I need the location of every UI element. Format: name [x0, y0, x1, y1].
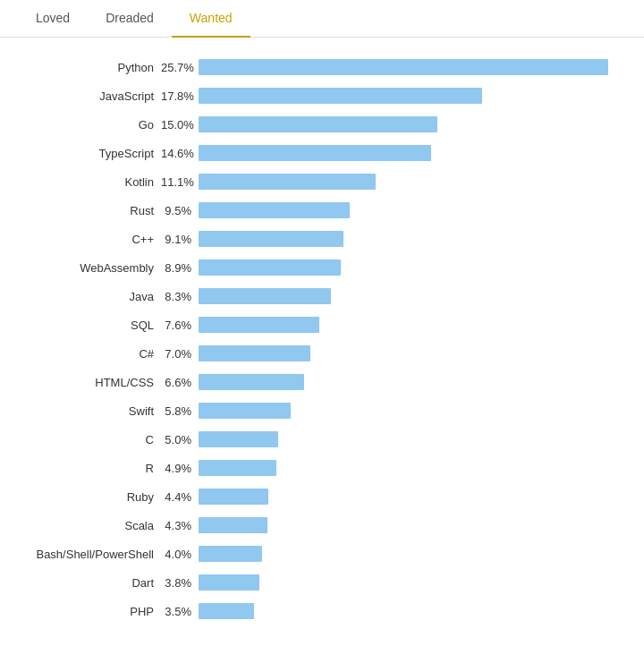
bar-pct: 15.0%	[161, 118, 199, 132]
bar-track	[199, 174, 608, 190]
bar-fill	[199, 259, 341, 276]
bar-row: HTML/CSS6.6%	[36, 370, 608, 394]
bar-row: Python25.7%	[36, 55, 608, 79]
bar-row: Rust9.5%	[36, 199, 608, 222]
bar-fill	[199, 317, 319, 333]
bar-label: C#	[36, 347, 161, 361]
bar-pct: 4.9%	[161, 462, 199, 475]
bar-fill	[199, 202, 350, 218]
bar-row: Ruby4.4%	[36, 485, 608, 508]
tab-wanted[interactable]: Wanted	[172, 0, 250, 38]
bar-pct: 7.0%	[161, 347, 199, 361]
bar-pct: 5.8%	[161, 404, 199, 418]
bar-pct: 17.8%	[161, 89, 199, 103]
bar-fill	[199, 231, 343, 247]
bar-pct: 4.4%	[161, 490, 199, 504]
bar-label: Dart	[36, 576, 161, 590]
bar-track	[199, 489, 608, 505]
tabs: LovedDreadedWanted	[0, 0, 644, 38]
bar-pct: 14.6%	[161, 147, 199, 160]
bar-track	[199, 288, 608, 304]
bar-row: C++9.1%	[36, 227, 608, 251]
bar-pct: 8.3%	[161, 290, 199, 303]
bar-track	[199, 317, 608, 333]
bar-row: Swift5.8%	[36, 399, 608, 422]
bar-track	[199, 59, 608, 75]
bar-track	[199, 574, 608, 591]
bar-track	[199, 202, 608, 218]
bar-pct: 11.1%	[161, 175, 199, 189]
bar-track	[199, 460, 608, 476]
bar-track	[199, 603, 608, 619]
bar-pct: 3.8%	[161, 576, 199, 590]
bar-fill	[199, 403, 291, 419]
bar-track	[199, 517, 608, 533]
bar-row: Bash/Shell/PowerShell4.0%	[36, 542, 608, 565]
bar-row: Scala4.3%	[36, 514, 608, 537]
bar-pct: 7.6%	[161, 319, 199, 332]
bar-label: C++	[36, 233, 161, 246]
tab-loved[interactable]: Loved	[18, 0, 88, 38]
bar-label: R	[36, 462, 161, 475]
bar-pct: 4.0%	[161, 548, 199, 561]
bar-row: Java8.3%	[36, 285, 608, 308]
bar-fill	[199, 489, 268, 505]
bar-track	[199, 403, 608, 419]
bar-label: Kotlin	[36, 175, 161, 189]
bar-track	[199, 231, 608, 247]
bar-row: Go15.0%	[36, 113, 608, 136]
bar-pct: 3.5%	[161, 605, 199, 618]
bar-track	[199, 374, 608, 390]
bar-pct: 6.6%	[161, 376, 199, 389]
bar-row: C5.0%	[36, 428, 608, 451]
bar-track	[199, 431, 608, 447]
bar-pct: 4.3%	[161, 519, 199, 532]
bar-row: C#7.0%	[36, 342, 608, 365]
bar-fill	[199, 460, 276, 476]
bar-label: JavaScript	[36, 89, 161, 103]
bar-track	[199, 259, 608, 276]
tab-dreaded[interactable]: Dreaded	[88, 0, 172, 38]
bar-row: TypeScript14.6%	[36, 141, 608, 165]
bar-row: SQL7.6%	[36, 313, 608, 336]
bar-label: HTML/CSS	[36, 376, 161, 389]
bar-label: Rust	[36, 204, 161, 217]
bar-row: R4.9%	[36, 456, 608, 480]
bar-row: Kotlin11.1%	[36, 170, 608, 193]
bar-track	[199, 116, 608, 132]
bar-row: PHP3.5%	[36, 599, 608, 623]
bar-label: Java	[36, 290, 161, 303]
bar-label: SQL	[36, 319, 161, 332]
bar-pct: 9.5%	[161, 204, 199, 217]
bar-label: Ruby	[36, 490, 161, 504]
bar-fill	[199, 288, 331, 304]
bar-track	[199, 145, 608, 161]
bar-fill	[199, 374, 304, 390]
bar-fill	[199, 431, 278, 447]
bar-fill	[199, 574, 259, 591]
bar-label: C	[36, 433, 161, 446]
bar-row: Dart3.8%	[36, 571, 608, 594]
bar-label: WebAssembly	[36, 261, 161, 275]
bar-label: Scala	[36, 519, 161, 532]
bar-row: WebAssembly8.9%	[36, 256, 608, 279]
bar-track	[199, 345, 608, 361]
bar-label: Python	[36, 61, 161, 74]
bar-pct: 5.0%	[161, 433, 199, 446]
bar-track	[199, 546, 608, 562]
bar-pct: 8.9%	[161, 261, 199, 275]
bar-fill	[199, 546, 262, 562]
bar-fill	[199, 517, 267, 533]
bar-fill	[199, 603, 254, 619]
bar-fill	[199, 345, 310, 361]
bar-fill	[199, 145, 431, 161]
bar-label: Bash/Shell/PowerShell	[36, 548, 161, 561]
bar-pct: 9.1%	[161, 233, 199, 246]
bar-fill	[199, 59, 608, 75]
bar-label: TypeScript	[36, 147, 161, 160]
bar-fill	[199, 174, 376, 190]
bar-fill	[199, 116, 437, 132]
bar-label: Go	[36, 118, 161, 132]
bar-fill	[199, 88, 482, 104]
bar-row: JavaScript17.8%	[36, 84, 608, 107]
